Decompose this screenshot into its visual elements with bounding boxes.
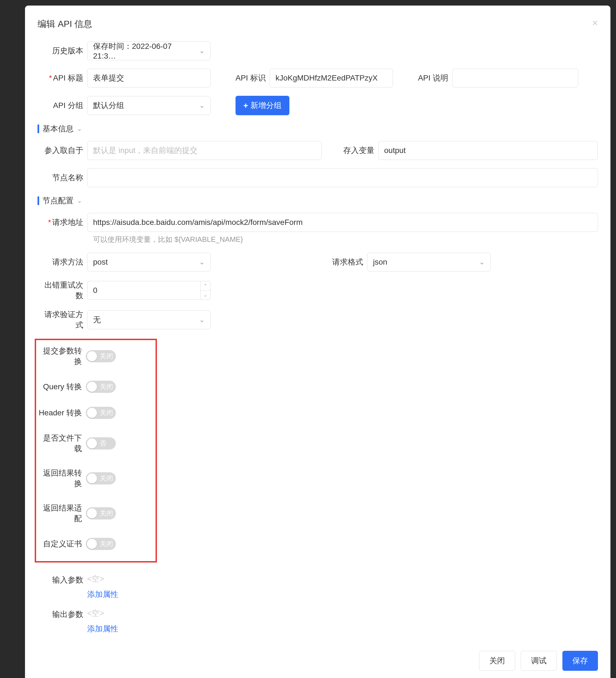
- chevron-down-icon: ⌄: [199, 258, 205, 266]
- chevron-down-icon: ⌄: [199, 47, 205, 55]
- basic-section-header[interactable]: 基本信息 ⌄: [37, 123, 598, 134]
- query-transform-toggle[interactable]: 关闭: [86, 381, 116, 393]
- debug-button[interactable]: 调试: [521, 651, 557, 671]
- auth-method-select[interactable]: 无 ⌄: [87, 310, 211, 329]
- store-var-input[interactable]: [378, 141, 598, 160]
- custom-cert-label: 自定义证书: [36, 539, 82, 549]
- add-group-button[interactable]: + 新增分组: [235, 96, 289, 115]
- auth-method-label: 请求验证方式: [37, 309, 83, 330]
- req-url-help: 可以使用环境变量，比如 ${VARIABLE_NAME}: [93, 235, 598, 244]
- req-method-select[interactable]: post ⌄: [87, 253, 211, 271]
- section-bar-icon: [37, 196, 39, 205]
- req-url-label: 请求地址: [37, 217, 83, 228]
- chevron-down-icon: ⌄: [77, 125, 82, 133]
- chevron-down-icon: ⌄: [479, 258, 485, 266]
- plus-icon: +: [243, 101, 248, 110]
- node-section-header[interactable]: 节点配置 ⌄: [37, 195, 598, 206]
- input-params-empty: <空>: [87, 574, 118, 584]
- modal-title: 编辑 API 信息: [37, 18, 598, 30]
- req-method-label: 请求方法: [37, 257, 83, 267]
- submit-transform-label: 提交参数转换: [36, 346, 82, 367]
- result-adapt-label: 返回结果适配: [36, 503, 82, 524]
- custom-cert-toggle[interactable]: 关闭: [86, 538, 116, 550]
- query-transform-label: Query 转换: [36, 381, 82, 392]
- req-url-input[interactable]: [87, 213, 598, 232]
- section-bar-icon: [37, 124, 39, 133]
- spinner-down-icon[interactable]: ⌄: [201, 291, 210, 300]
- history-label: 历史版本: [37, 45, 83, 56]
- input-from-input[interactable]: [87, 141, 322, 160]
- retry-count-input[interactable]: [87, 281, 201, 300]
- result-adapt-toggle[interactable]: 关闭: [86, 507, 116, 520]
- input-from-label: 参入取自于: [37, 145, 83, 156]
- result-transform-toggle[interactable]: 关闭: [86, 472, 116, 485]
- file-download-label: 是否文件下载: [36, 433, 82, 454]
- submit-transform-toggle[interactable]: 关闭: [86, 350, 116, 362]
- node-name-input[interactable]: [87, 168, 598, 187]
- req-format-select[interactable]: json ⌄: [367, 253, 491, 271]
- chevron-down-icon: ⌄: [199, 102, 205, 109]
- api-group-select[interactable]: 默认分组 ⌄: [87, 96, 211, 115]
- store-var-label: 存入变量: [341, 145, 374, 156]
- api-ident-input[interactable]: [270, 69, 393, 87]
- api-group-label: API 分组: [37, 100, 83, 111]
- header-transform-label: Header 转换: [36, 408, 82, 418]
- api-desc-input[interactable]: [452, 69, 578, 87]
- output-params-empty: <空>: [87, 608, 118, 618]
- edit-api-modal: 编辑 API 信息 × 历史版本 保存时间：2022-06-07 21:3… ⌄…: [25, 6, 610, 678]
- save-button[interactable]: 保存: [563, 651, 598, 671]
- header-transform-toggle[interactable]: 关闭: [86, 407, 116, 419]
- history-select[interactable]: 保存时间：2022-06-07 21:3… ⌄: [87, 41, 211, 60]
- result-transform-label: 返回结果转换: [36, 468, 82, 489]
- chevron-down-icon: ⌄: [199, 316, 205, 324]
- close-icon[interactable]: ×: [592, 18, 598, 28]
- toggles-highlight-box: 提交参数转换 关闭 Query 转换 关闭 Header 转换 关闭 是否文件下…: [35, 339, 157, 563]
- spinner-up-icon[interactable]: ⌃: [201, 281, 210, 291]
- input-params-label: 输入参数: [37, 574, 83, 585]
- close-button[interactable]: 关闭: [479, 651, 515, 671]
- api-title-label: API 标题: [37, 73, 83, 83]
- api-ident-label: API 标识: [235, 73, 266, 83]
- output-params-add-link[interactable]: 添加属性: [87, 624, 118, 634]
- api-title-input[interactable]: [87, 69, 211, 87]
- file-download-toggle[interactable]: 否: [86, 437, 116, 450]
- node-name-label: 节点名称: [37, 173, 83, 183]
- input-params-add-link[interactable]: 添加属性: [87, 589, 118, 600]
- retry-count-label: 出错重试次数: [37, 280, 83, 301]
- api-desc-label: API 说明: [418, 73, 448, 83]
- req-format-label: 请求格式: [330, 257, 363, 267]
- output-params-label: 输出参数: [37, 608, 83, 620]
- chevron-down-icon: ⌄: [77, 197, 82, 204]
